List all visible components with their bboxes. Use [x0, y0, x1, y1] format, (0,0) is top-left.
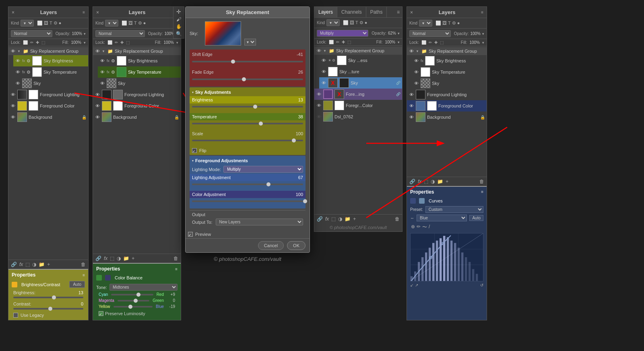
panel3-eye-foreing[interactable]: 👁 — [316, 91, 322, 97]
panel2-bottom-fx[interactable]: fx — [104, 256, 107, 261]
panel1-brightness-slider[interactable] — [13, 297, 83, 298]
panel2-blend-dropdown[interactable]: Normal — [95, 30, 145, 37]
panel1-group-header[interactable]: 👁 ▼ 📁 Sky Replacement Group — [8, 47, 88, 55]
panel2-cyan-thumb[interactable] — [136, 293, 140, 297]
tool-hand[interactable]: ✋ — [176, 24, 182, 29]
panel4-bottom-fx[interactable]: fx — [418, 179, 421, 184]
shift-edge-slider[interactable] — [192, 61, 303, 62]
panel2-magenta-thumb[interactable] — [134, 299, 138, 303]
panel4-tool-input[interactable]: ↙ — [410, 283, 413, 287]
curves-canvas[interactable] — [410, 233, 483, 281]
panel2-bottom-mask[interactable]: ⬚ — [110, 256, 114, 261]
panel4-group-eye[interactable]: 👁 — [409, 48, 414, 54]
panel1-eye-fgcolor[interactable]: 👁 — [10, 103, 16, 109]
panel2-bottom-delete[interactable]: 🗑 — [173, 256, 178, 261]
panel3-eye-sky[interactable]: 👁 — [321, 80, 326, 86]
panel4-bottom-adj[interactable]: ◑ — [431, 179, 435, 184]
shift-edge-thumb[interactable] — [231, 60, 235, 64]
panel4-eye-fgcolor[interactable]: 👁 — [409, 103, 414, 109]
panel4-layer-fglight[interactable]: 👁 Foreground Lighting — [407, 89, 487, 100]
panel1-contrast-thumb[interactable] — [48, 307, 52, 311]
panel3-bottom-new[interactable]: + — [353, 216, 356, 222]
panel4-layer-sky[interactable]: 👁 Sky — [412, 78, 487, 89]
panel1-eye-sky[interactable]: 👁 — [15, 81, 21, 86]
panel4-auto-btn[interactable]: Auto — [469, 215, 483, 221]
panel4-tool-reset[interactable]: ↺ — [480, 283, 483, 287]
panel4-bottom-new[interactable]: + — [446, 179, 448, 184]
panel3-search-dropdown[interactable]: ▾ — [326, 19, 340, 26]
panel4-channel-dropdown[interactable]: Blue — [417, 215, 467, 221]
panel2-preserve-checkbox[interactable]: ✓ — [99, 311, 103, 316]
panel3-layer-dsl[interactable]: 👁 Dsl_0762 — [314, 111, 402, 122]
panel3-layer-skyture[interactable]: 👁 Sky ...ture — [319, 66, 402, 77]
panel2-eye-sky[interactable]: 👁 — [99, 81, 105, 86]
fade-edge-slider[interactable] — [192, 78, 303, 80]
panel1-close[interactable]: × — [12, 10, 14, 15]
panel3-tab-layers[interactable]: Layers — [314, 7, 337, 17]
sky-scale-slider[interactable] — [192, 140, 303, 141]
panel1-eye-skytemp[interactable]: 👁 — [15, 69, 21, 75]
panel3-group-eye[interactable]: 👁 — [316, 48, 322, 54]
panel3-bottom-delete[interactable]: 🗑 — [395, 216, 400, 222]
panel4-eye-skybrightness[interactable]: 👁 — [413, 58, 419, 64]
panel3-eye-skyess[interactable]: 👁 — [321, 58, 326, 63]
panel2-bottom-adj[interactable]: ◑ — [117, 256, 121, 261]
panel2-eye-fglight[interactable]: 👁 — [95, 92, 100, 97]
panel4-preset-dropdown[interactable]: Custom — [425, 206, 483, 213]
panel1-eye-fglight[interactable]: 👁 — [10, 92, 16, 97]
panel4-layer-skybrightness[interactable]: 👁 fx Sky Brightness — [412, 55, 487, 66]
panel4-layer-fgcolor[interactable]: 👁 Foreground Color — [407, 100, 487, 111]
sky-preview-thumb[interactable] — [205, 21, 241, 45]
sky-select-dropdown[interactable]: ▾ — [244, 39, 256, 45]
panel4-bottom-delete[interactable]: 🗑 — [479, 179, 484, 184]
sky-brightness-thumb[interactable] — [253, 105, 257, 109]
panel1-layer-fgcolor[interactable]: 👁 Foreground Color — [8, 100, 88, 111]
panel1-brightness-thumb[interactable] — [52, 295, 56, 299]
output-to-dropdown[interactable]: New Layers — [216, 219, 303, 225]
panel1-blend-dropdown[interactable]: Normal — [11, 30, 52, 37]
panel4-eye-skytemp[interactable]: 👁 — [413, 69, 419, 75]
panel1-layer-skybrightness[interactable]: 👁 fx ⚙ Sky Brightness — [13, 55, 88, 66]
panel3-tab-channels[interactable]: Channels — [337, 7, 366, 17]
panel3-eye-dsl[interactable]: 👁 — [316, 114, 322, 120]
panel1-menu-icon[interactable]: ≡ — [83, 10, 85, 14]
panel2-eye-skytemp[interactable]: 👁 — [99, 69, 105, 75]
panel4-tool-smooth[interactable]: 〜 — [422, 224, 427, 231]
panel2-eye-fgcolor[interactable]: 👁 — [95, 103, 100, 109]
panel1-layer-skytemp[interactable]: 👁 fx ⚙ Sky Temperature — [13, 66, 88, 78]
panel4-eye-bg[interactable]: 👁 — [409, 114, 414, 120]
panel3-bottom-fx[interactable]: fx — [325, 216, 329, 222]
panel2-eye-skybrightness[interactable]: 👁 — [99, 58, 105, 64]
panel1-eye-skybrightness[interactable]: 👁 — [15, 58, 21, 64]
panel1-bottom-folder[interactable]: 📁 — [39, 262, 45, 267]
panel1-layer-sky[interactable]: 👁 Sky — [13, 78, 88, 89]
lighting-adj-thumb[interactable] — [266, 182, 270, 186]
panel4-layer-skytemp[interactable]: 👁 Sky Temperature — [412, 66, 487, 78]
panel1-contrast-slider[interactable] — [13, 308, 83, 310]
panel3-eye-forecolor[interactable]: 👁 — [316, 103, 322, 108]
cancel-button[interactable]: Cancel — [258, 241, 284, 250]
panel2-bottom-link[interactable]: 🔗 — [95, 256, 101, 261]
panel1-prop-menu[interactable]: ≡ — [83, 273, 85, 277]
panel1-layer-bg[interactable]: 👁 Background 🔒 — [8, 111, 88, 123]
sky-temp-slider[interactable] — [192, 123, 303, 124]
panel4-eye-sky[interactable]: 👁 — [413, 81, 419, 86]
lighting-mode-dropdown[interactable]: Multiply — [223, 166, 303, 173]
panel4-bottom-link[interactable]: 🔗 — [409, 179, 415, 184]
sky-brightness-slider[interactable] — [192, 106, 303, 107]
panel3-bottom-link[interactable]: 🔗 — [317, 216, 323, 222]
panel2-layer-bg[interactable]: 👁 Background 🔒 — [93, 111, 181, 123]
color-adj-thumb[interactable] — [303, 199, 307, 203]
panel4-bottom-folder[interactable]: 📁 — [437, 179, 443, 184]
panel2-group-header[interactable]: 👁 ▼ 📁 Sky Replacement Group — [93, 47, 181, 55]
panel4-group-header[interactable]: 👁 ▼ 📁 Sky Replacement Group — [407, 47, 487, 55]
sky-scale-thumb[interactable] — [292, 138, 296, 142]
fade-edge-thumb[interactable] — [242, 77, 246, 81]
panel4-tool-line[interactable]: / — [429, 224, 430, 231]
panel3-group-header[interactable]: 👁 ▼ 📁 Sky Replacement Group — [314, 47, 402, 55]
panel4-bottom-mask[interactable]: ⬚ — [424, 179, 428, 184]
sky-temp-thumb[interactable] — [259, 122, 263, 126]
panel2-prop-menu[interactable]: ≡ — [175, 267, 178, 271]
ok-button[interactable]: OK — [287, 241, 305, 250]
panel1-search-dropdown[interactable]: ▾ — [21, 20, 34, 27]
